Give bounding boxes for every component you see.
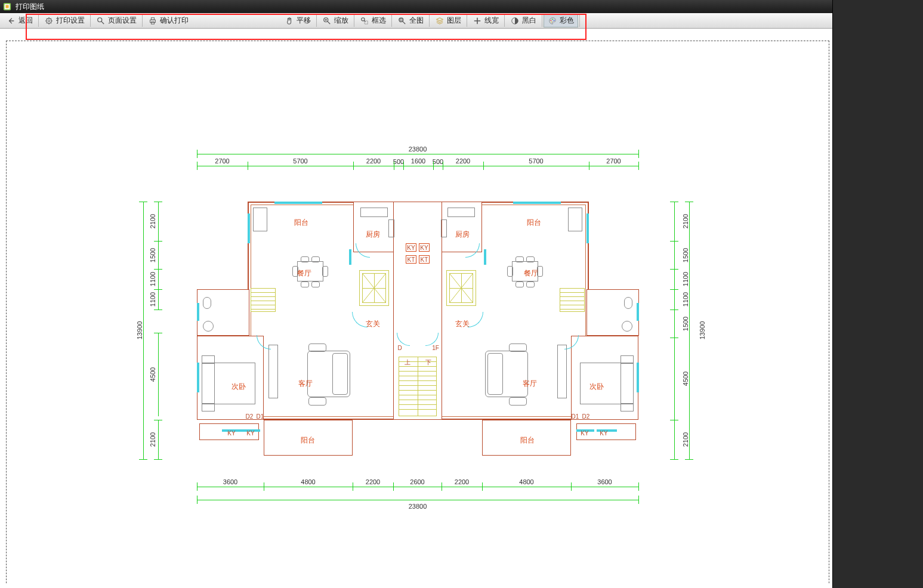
mark-ky: KY [407,245,415,251]
print-settings-button[interactable]: 打印设置 [40,14,89,27]
window-title: 打印图纸 [16,2,44,12]
color-button[interactable]: 彩色 [544,14,578,27]
dim-bottom-total: 23800 [409,503,427,510]
label-living: 客厅 [298,379,313,389]
separator [467,15,467,27]
label-dining: 餐厅 [524,268,538,278]
label-balcony: 阳台 [301,435,315,445]
svg-rect-2 [5,5,8,8]
mark-ky: KY [581,430,588,437]
back-button[interactable]: 返回 [2,14,37,27]
right-dark-panel [832,0,923,588]
box-select-label: 框选 [372,16,386,26]
printer-icon [148,16,158,26]
mark-kt: KT [408,256,415,263]
dim: 4800 [519,478,533,485]
zoom-label: 缩放 [334,16,348,26]
zoom-button[interactable]: 缩放 [318,14,353,27]
mark-ky: KY [227,430,235,437]
hand-icon [285,16,294,26]
page-setup-button[interactable]: 页面设置 [92,14,141,27]
mark-down: 下 [425,358,431,367]
svg-point-17 [554,20,555,21]
label-kitchen: 厨房 [455,230,470,240]
blackwhite-button[interactable]: 黑白 [506,14,541,27]
mark-up: 上 [405,358,410,367]
separator [354,15,354,27]
separator [429,15,430,27]
mark-d2: D2 [246,413,254,420]
confirm-print-label: 确认打印 [160,16,189,26]
svg-point-18 [551,21,552,22]
pan-label: 平移 [297,16,311,26]
full-view-button[interactable]: 全图 [393,14,428,27]
box-select-button[interactable]: 框选 [356,14,390,27]
print-settings-label: 打印设置 [56,16,85,26]
separator [579,15,580,27]
drawing-canvas[interactable]: 23800 2700 5700 2200 500 1600 500 2200 5… [0,29,832,588]
label-kitchen: 厨房 [366,230,380,240]
dim: 2600 [410,478,424,485]
separator [504,15,505,27]
magnifier-icon [96,16,106,26]
separator [316,15,317,27]
layers-button[interactable]: 图层 [431,14,465,27]
confirm-print-button[interactable]: 确认打印 [144,14,193,27]
mark-ky: KY [420,245,428,251]
dim: 5700 [529,157,543,165]
layers-label: 图层 [447,16,461,26]
label-foyer: 玄关 [455,319,470,329]
dim: 1600 [411,157,425,165]
svg-point-15 [551,20,552,21]
label-secondary-br: 次卧 [589,382,604,392]
mark-d: D [397,345,402,351]
separator [38,15,39,27]
toolbar: 返回 打印设置 页面设置 确认打印 平移 缩放 框选 [0,13,832,29]
svg-point-12 [399,17,403,21]
pan-button[interactable]: 平移 [280,14,315,27]
app-icon [2,2,12,11]
title-bar: 打印图纸 [0,0,832,13]
label-foyer: 玄关 [366,319,380,329]
dim: 2200 [366,478,380,485]
mark-d2: D2 [582,413,590,420]
line-width-button[interactable]: 线宽 [468,14,503,27]
line-width-icon [473,16,482,26]
separator [391,15,392,27]
separator [142,15,143,27]
dim: 4800 [301,478,315,485]
svg-rect-7 [151,17,154,20]
dim: 2200 [366,157,381,165]
mark-kt: KT [421,256,428,263]
dim: 3600 [223,478,237,485]
label-balcony: 阳台 [527,218,541,228]
label-dining: 餐厅 [297,268,311,278]
full-view-icon [397,16,407,26]
label-balcony: 阳台 [294,218,308,228]
dim: 3600 [597,478,612,485]
label-secondary-br: 次卧 [231,382,246,392]
toolbar-center-group: 平移 缩放 框选 全图 图层 线宽 黑白 [280,14,581,27]
gear-icon [44,16,54,26]
floor-plan: 23800 2700 5700 2200 500 1600 500 2200 5… [155,154,680,536]
color-label: 彩色 [560,16,574,26]
dim: 500 [393,158,404,165]
mark-d1: D1 [572,413,579,420]
palette-icon [548,16,557,26]
line-width-label: 线宽 [484,16,499,26]
separator [542,15,542,27]
dim: 500 [433,158,443,165]
dim: 2700 [606,157,621,165]
blackwhite-label: 黑白 [522,16,536,26]
full-view-label: 全图 [409,16,424,26]
mark-d1: D1 [257,413,264,420]
dim: 5700 [293,157,307,165]
page-setup-label: 页面设置 [108,16,137,26]
zoom-icon [322,16,332,26]
back-label: 返回 [18,16,33,26]
svg-rect-13 [400,18,403,21]
label-living: 客厅 [523,379,537,389]
box-select-icon [360,16,369,26]
dim: 2200 [456,157,470,165]
dim: 2700 [215,157,229,165]
